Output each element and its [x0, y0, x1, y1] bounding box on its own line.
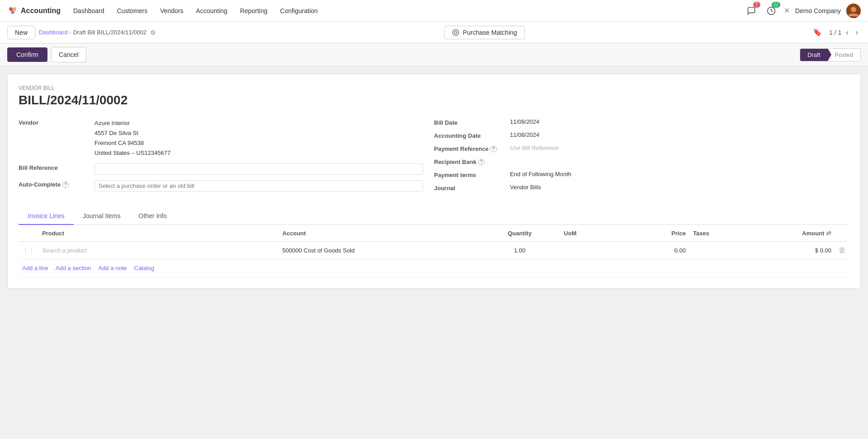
nav-vendors[interactable]: Vendors	[155, 5, 189, 17]
recipient-bank-field: Recipient Bank ?	[434, 158, 839, 165]
row-account[interactable]: 500000 Cost of Goods Sold	[279, 242, 479, 259]
breadcrumb-current: Draft Bill BILL/2024/11/0002	[73, 29, 147, 36]
nav-customers[interactable]: Customers	[112, 5, 153, 17]
svg-point-7	[454, 31, 457, 33]
purchase-matching-button[interactable]: Purchase Matching	[444, 26, 525, 39]
cancel-button[interactable]: Cancel	[51, 47, 86, 62]
bill-number: BILL/2024/11/0002	[19, 93, 849, 107]
tab-invoice-lines[interactable]: Invoice Lines	[19, 208, 74, 225]
vendor-address-line2: Fremont CA 94538	[94, 138, 423, 148]
row-quantity[interactable]: 1.00	[479, 242, 560, 259]
status-draft[interactable]: Draft	[800, 49, 827, 61]
col-uom-header: UoM	[560, 225, 625, 242]
purchase-matching-label: Purchase Matching	[463, 29, 517, 36]
nav-accounting[interactable]: Accounting	[191, 5, 233, 17]
recipient-bank-label-wrap: Recipient Bank ?	[434, 158, 506, 165]
journal-value[interactable]: Vendor Bills	[510, 184, 839, 191]
svg-point-2	[11, 10, 14, 14]
vendor-address-line1: 4557 De Silva St	[94, 128, 423, 138]
col-account-header: Account	[279, 225, 479, 242]
status-bar: Draft Posted	[800, 48, 861, 61]
prev-button[interactable]: ‹	[843, 28, 851, 37]
row-taxes[interactable]	[689, 242, 754, 259]
add-section-link[interactable]: Add a section	[56, 265, 91, 271]
activity-badge: 22	[772, 2, 780, 8]
confirm-button[interactable]: Confirm	[7, 47, 47, 62]
new-button[interactable]: New	[7, 26, 35, 39]
form-grid: Vendor Azure Interior 4557 De Silva St F…	[19, 118, 849, 197]
close-icon[interactable]: ✕	[784, 6, 790, 15]
product-search-input[interactable]: Search a product	[42, 247, 87, 254]
vendor-name: Azure Interior	[94, 118, 423, 128]
vendor-address[interactable]: Azure Interior 4557 De Silva St Fremont …	[94, 118, 423, 158]
accounting-date-label: Accounting Date	[434, 131, 506, 139]
avatar-image	[846, 4, 861, 18]
col-delete-header	[835, 225, 849, 242]
svg-point-1	[13, 7, 16, 11]
delete-row-icon[interactable]: 🗑	[839, 246, 846, 254]
col-amount-header: Amount ⇄	[754, 225, 835, 242]
form-left-column: Vendor Azure Interior 4557 De Silva St F…	[19, 118, 434, 197]
nav-reporting[interactable]: Reporting	[235, 5, 273, 17]
drag-handle-icon[interactable]: ⋮⋮	[22, 247, 35, 254]
recipient-bank-help-icon[interactable]: ?	[478, 159, 485, 165]
accounting-date-field: Accounting Date 11/08/2024	[434, 131, 839, 139]
svg-point-6	[453, 29, 458, 35]
row-price[interactable]: 0.00	[625, 242, 689, 259]
row-product[interactable]: Search a product	[38, 242, 279, 259]
tab-other-info[interactable]: Other Info	[130, 208, 176, 225]
svg-point-5	[851, 7, 856, 12]
tab-journal-items[interactable]: Journal Items	[74, 208, 130, 225]
payment-terms-value[interactable]: End of Following Month	[510, 171, 839, 177]
bill-date-value[interactable]: 11/08/2024	[510, 118, 839, 125]
row-uom[interactable]	[560, 242, 625, 259]
bill-reference-field: Bill Reference	[19, 163, 423, 175]
activity-icon	[767, 6, 776, 15]
col-drag-header	[19, 225, 38, 242]
chat-badge: 7	[753, 2, 760, 8]
add-line-link[interactable]: Add a line	[22, 265, 48, 271]
row-delete[interactable]: 🗑	[835, 242, 849, 259]
app-logo[interactable]: Accounting	[7, 5, 61, 16]
settings-gear-icon[interactable]: ⚙	[150, 29, 156, 36]
action-bar: Confirm Cancel Draft Posted	[0, 43, 868, 66]
auto-complete-help-icon[interactable]: ?	[62, 182, 69, 188]
row-amount: $ 0.00	[754, 242, 835, 259]
next-button[interactable]: ›	[853, 28, 861, 37]
accounting-date-value[interactable]: 11/08/2024	[510, 131, 839, 138]
svg-point-0	[9, 7, 13, 11]
auto-complete-label: Auto-Complete	[19, 181, 61, 188]
chat-button[interactable]: 7	[744, 4, 759, 18]
col-quantity-header: Quantity	[479, 225, 560, 242]
adjust-columns-icon[interactable]: ⇄	[826, 229, 831, 237]
nav-configuration[interactable]: Configuration	[275, 5, 323, 17]
auto-complete-input[interactable]	[94, 180, 423, 191]
nav-dashboard[interactable]: Dashboard	[68, 5, 110, 17]
col-price-header: Price	[625, 225, 689, 242]
tabs: Invoice Lines Journal Items Other Info	[19, 208, 849, 225]
main-content: Vendor Bill BILL/2024/11/0002 Vendor Azu…	[7, 74, 861, 289]
top-navigation: Accounting Dashboard Customers Vendors A…	[0, 0, 868, 22]
payment-ref-help-icon[interactable]: ?	[491, 146, 497, 152]
form-right-column: Bill Date 11/08/2024 Accounting Date 11/…	[434, 118, 849, 197]
pagination: 1 / 1 ‹ ›	[829, 28, 861, 37]
bill-date-field: Bill Date 11/08/2024	[434, 118, 839, 126]
status-posted[interactable]: Posted	[828, 49, 860, 61]
payment-ref-label-wrap: Payment Reference ?	[434, 145, 506, 152]
payment-ref-value[interactable]: Use Bill Reference	[510, 145, 839, 151]
col-taxes-header: Taxes	[689, 225, 754, 242]
catalog-link[interactable]: Catalog	[134, 265, 155, 271]
vendor-address-line3: United States – US12345677	[94, 148, 423, 158]
add-note-link[interactable]: Add a note	[99, 265, 127, 271]
breadcrumb-bar: New Dashboard › Draft Bill BILL/2024/11/…	[0, 22, 868, 43]
company-name[interactable]: Demo Company	[795, 7, 841, 14]
purchase-matching-icon	[452, 29, 459, 36]
user-avatar[interactable]	[846, 4, 861, 18]
breadcrumb-dashboard-link[interactable]: Dashboard	[39, 29, 68, 36]
bookmark-icon[interactable]: 🔖	[813, 28, 822, 37]
bill-reference-input[interactable]	[94, 163, 423, 175]
chat-icon	[747, 6, 756, 15]
activity-button[interactable]: 22	[764, 4, 778, 18]
row-drag-handle[interactable]: ⋮⋮	[19, 242, 38, 259]
vendor-field: Vendor Azure Interior 4557 De Silva St F…	[19, 118, 423, 158]
